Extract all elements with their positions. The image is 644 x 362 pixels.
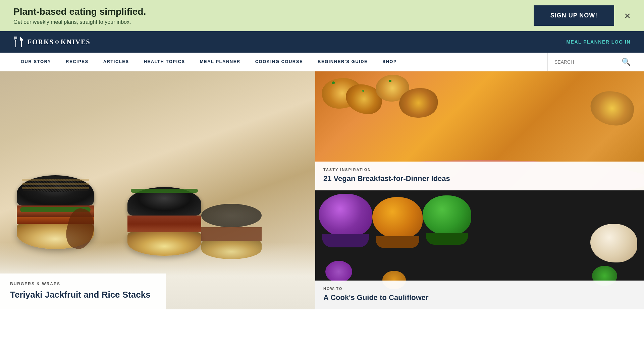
banner-subtext: Get our weekly meal plans, straight to y… — [13, 19, 146, 25]
hero-card-2-title: A Cook's Guide to Cauliflower — [323, 293, 636, 302]
logo-text: FORKS፨KNIVES — [28, 38, 91, 46]
hero-card-1-title: 21 Vegan Breakfast-for-Dinner Ideas — [323, 174, 636, 183]
hero-card-1-category: TASTY INSPIRATION — [323, 168, 636, 172]
nav-item-health-topics[interactable]: HEALTH TOPICS — [137, 53, 193, 71]
hero-card-breakfast[interactable]: TASTY INSPIRATION 21 Vegan Breakfast-for… — [315, 71, 644, 190]
nav-item-recipes[interactable]: RECIPES — [58, 53, 96, 71]
nav-item-articles[interactable]: ARTICLES — [96, 53, 137, 71]
hero-card-1-caption: TASTY INSPIRATION 21 Vegan Breakfast-for… — [315, 162, 644, 190]
nav-item-meal-planner[interactable]: MEAL PLANNER — [193, 53, 248, 71]
nav-items: OUR STORY RECIPES ARTICLES HEALTH TOPICS… — [13, 53, 547, 71]
hero-section: BURGERS & WRAPS Teriyaki Jackfruit and R… — [0, 71, 644, 309]
hero-main-caption: BURGERS & WRAPS Teriyaki Jackfruit and R… — [0, 274, 166, 309]
hero-main-card[interactable]: BURGERS & WRAPS Teriyaki Jackfruit and R… — [0, 71, 315, 309]
nav-item-beginners-guide[interactable]: BEGINNER'S GUIDE — [310, 53, 375, 71]
hero-card-2-caption: HOW-TO A Cook's Guide to Cauliflower — [315, 281, 644, 309]
nav-item-shop[interactable]: SHOP — [375, 53, 404, 71]
banner-headline: Plant-based eating simplified. — [13, 6, 146, 17]
fork-knife-icon — [13, 36, 24, 48]
hero-side-cards: TASTY INSPIRATION 21 Vegan Breakfast-for… — [315, 71, 644, 309]
hero-main-title: Teriyaki Jackfruit and Rice Stacks — [10, 290, 156, 300]
nav-item-our-story[interactable]: OUR STORY — [13, 53, 58, 71]
meal-planner-login-link[interactable]: MEAL PLANNER LOG IN — [566, 39, 631, 45]
search-bar: 🔍 — [547, 53, 631, 71]
site-header: FORKS፨KNIVES MEAL PLANNER LOG IN — [0, 31, 644, 53]
hero-card-2-category: HOW-TO — [323, 287, 636, 291]
search-input[interactable] — [554, 59, 622, 65]
search-icon[interactable]: 🔍 — [622, 58, 631, 66]
hero-main-category: BURGERS & WRAPS — [10, 282, 156, 286]
promo-banner: Plant-based eating simplified. Get our w… — [0, 0, 644, 31]
nav-item-cooking-course[interactable]: COOKING COURSE — [248, 53, 310, 71]
close-button[interactable]: × — [624, 10, 631, 21]
hero-card-cauliflower[interactable]: HOW-TO A Cook's Guide to Cauliflower — [315, 190, 644, 309]
signup-button[interactable]: SIGN UP NOW! — [534, 5, 614, 26]
banner-text: Plant-based eating simplified. Get our w… — [13, 6, 146, 25]
banner-actions: SIGN UP NOW! × — [534, 5, 631, 26]
main-nav: OUR STORY RECIPES ARTICLES HEALTH TOPICS… — [0, 53, 644, 71]
site-logo[interactable]: FORKS፨KNIVES — [13, 36, 91, 48]
